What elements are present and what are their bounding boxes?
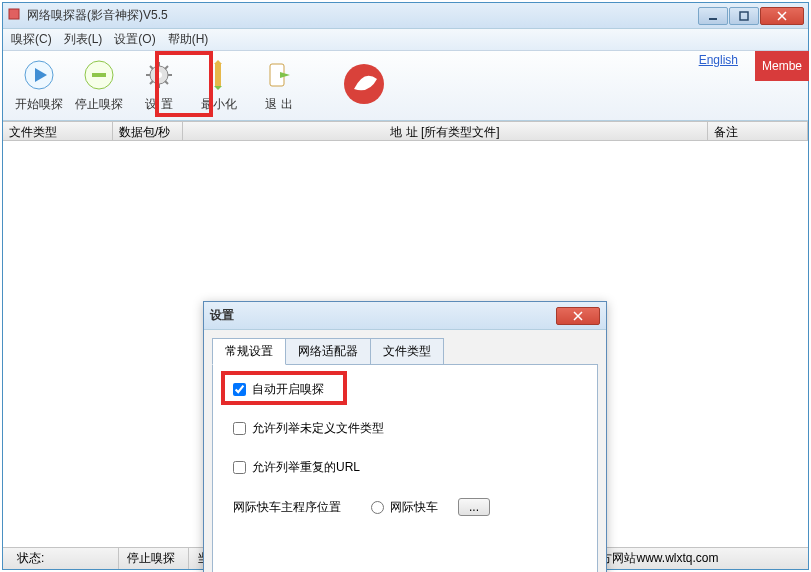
tab-adapter[interactable]: 网络适配器 xyxy=(285,338,371,365)
allow-dup-url-checkbox[interactable] xyxy=(233,461,246,474)
flashget-radio-label: 网际快车 xyxy=(390,499,438,516)
menubar: 嗅探(C) 列表(L) 设置(O) 帮助(H) xyxy=(3,29,808,51)
tab-panel-general: 自动开启嗅探 允许列举未定义文件类型 允许列举重复的URL 网际快车主程序位置 … xyxy=(212,364,598,572)
svg-point-7 xyxy=(156,72,162,78)
dialog-body: 常规设置 网络适配器 文件类型 自动开启嗅探 允许列举未定义文件类型 xyxy=(204,330,606,572)
column-packets[interactable]: 数据包/秒 xyxy=(113,122,183,140)
dialog-close-button[interactable] xyxy=(556,307,600,325)
tool-label: 退 出 xyxy=(265,96,292,113)
main-titlebar: 网络嗅探器(影音神探)V5.5 xyxy=(3,3,808,29)
tab-general[interactable]: 常规设置 xyxy=(212,338,286,365)
auto-start-checkbox[interactable] xyxy=(233,383,246,396)
svg-marker-10 xyxy=(214,86,222,90)
minimize-toolbar-button[interactable]: 最小化 xyxy=(189,56,249,116)
dialog-titlebar: 设置 xyxy=(204,302,606,330)
main-window: 网络嗅探器(影音神探)V5.5 嗅探(C) 列表(L) 设置(O) 帮助(H) … xyxy=(2,2,809,570)
allow-dup-url-label: 允许列举重复的URL xyxy=(252,459,360,476)
exit-icon xyxy=(262,58,296,92)
tool-label: 最小化 xyxy=(201,96,237,113)
flashget-radio[interactable] xyxy=(371,501,384,514)
status-text: 停止嗅探 xyxy=(119,548,189,569)
svg-rect-5 xyxy=(92,73,106,77)
list-header: 文件类型 数据包/秒 地 址 [所有类型文件] 备注 xyxy=(3,121,808,141)
toolbar: 开始嗅探 停止嗅探 设 置 最小化 退 出 xyxy=(3,51,808,121)
menu-sniff[interactable]: 嗅探(C) xyxy=(11,31,52,48)
column-note[interactable]: 备注 xyxy=(708,122,808,140)
status-label: 状态: xyxy=(9,548,119,569)
svg-rect-1 xyxy=(740,12,748,20)
svg-rect-0 xyxy=(9,9,19,19)
svg-marker-12 xyxy=(280,72,290,78)
updown-icon xyxy=(202,58,236,92)
member-button[interactable]: Membe xyxy=(755,51,809,81)
list-area: 设置 常规设置 网络适配器 文件类型 自动开启嗅探 xyxy=(3,141,808,547)
english-link[interactable]: English xyxy=(699,53,738,67)
allow-undefined-label: 允许列举未定义文件类型 xyxy=(252,420,384,437)
menu-list[interactable]: 列表(L) xyxy=(64,31,103,48)
auto-start-label: 自动开启嗅探 xyxy=(252,381,324,398)
minimize-button[interactable] xyxy=(698,7,728,25)
flashget-path-label: 网际快车主程序位置 xyxy=(233,499,341,516)
app-icon xyxy=(7,7,21,24)
tab-filetype[interactable]: 文件类型 xyxy=(370,338,444,365)
dialog-tabs: 常规设置 网络适配器 文件类型 xyxy=(212,338,598,365)
tool-label: 停止嗅探 xyxy=(75,96,123,113)
settings-dialog: 设置 常规设置 网络适配器 文件类型 自动开启嗅探 xyxy=(203,301,607,572)
maximize-button[interactable] xyxy=(729,7,759,25)
stop-sniff-button[interactable]: 停止嗅探 xyxy=(69,56,129,116)
dialog-title: 设置 xyxy=(210,307,234,324)
stop-icon xyxy=(82,58,116,92)
browse-button[interactable]: ... xyxy=(458,498,490,516)
settings-toolbar-button[interactable]: 设 置 xyxy=(129,56,189,116)
svg-rect-9 xyxy=(215,64,221,86)
close-button[interactable] xyxy=(760,7,804,25)
svg-marker-8 xyxy=(214,60,222,64)
menu-help[interactable]: 帮助(H) xyxy=(168,31,209,48)
gear-icon xyxy=(142,58,176,92)
tool-label: 设 置 xyxy=(145,96,172,113)
column-address[interactable]: 地 址 [所有类型文件] xyxy=(183,122,708,140)
column-filetype[interactable]: 文件类型 xyxy=(3,122,113,140)
tool-label: 开始嗅探 xyxy=(15,96,63,113)
exit-button[interactable]: 退 出 xyxy=(249,56,309,116)
app-logo xyxy=(339,59,389,112)
play-icon xyxy=(22,58,56,92)
allow-undefined-checkbox[interactable] xyxy=(233,422,246,435)
window-title: 网络嗅探器(影音神探)V5.5 xyxy=(27,7,168,24)
menu-settings[interactable]: 设置(O) xyxy=(114,31,155,48)
start-sniff-button[interactable]: 开始嗅探 xyxy=(9,56,69,116)
